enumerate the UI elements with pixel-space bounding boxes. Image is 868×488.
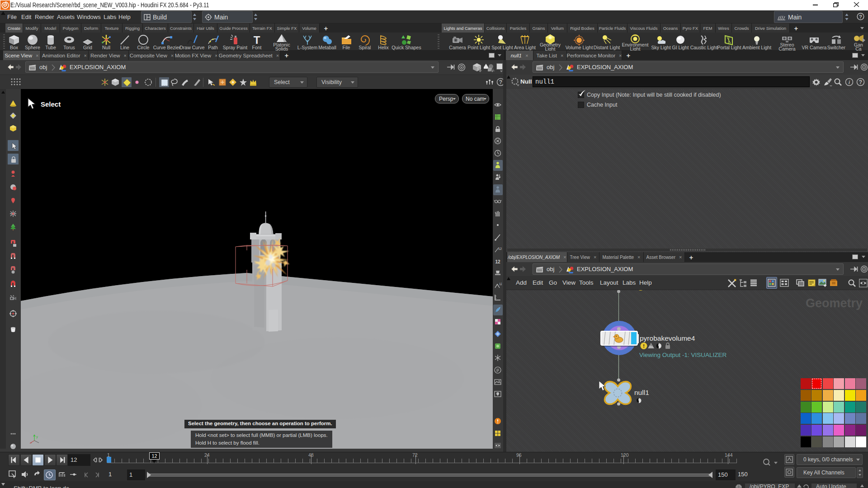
svg-text:Viewing Output -1: VISUALIZER: Viewing Output -1: VISUALIZER bbox=[639, 352, 727, 358]
svg-text:12: 12 bbox=[495, 259, 500, 264]
svg-text:?: ? bbox=[859, 14, 862, 19]
svg-text:y: y bbox=[36, 435, 38, 439]
svg-text:12: 12 bbox=[498, 247, 502, 250]
svg-text:Geometry: Geometry bbox=[806, 296, 863, 310]
svg-text:?: ? bbox=[499, 79, 502, 85]
svg-text:!: ! bbox=[643, 343, 645, 349]
svg-text:null1: null1 bbox=[634, 389, 649, 396]
svg-text:12: 12 bbox=[499, 282, 502, 286]
svg-text:pyrobakevolume4: pyrobakevolume4 bbox=[640, 334, 695, 342]
svg-text:?: ? bbox=[859, 79, 862, 85]
svg-text:i: i bbox=[849, 80, 850, 85]
